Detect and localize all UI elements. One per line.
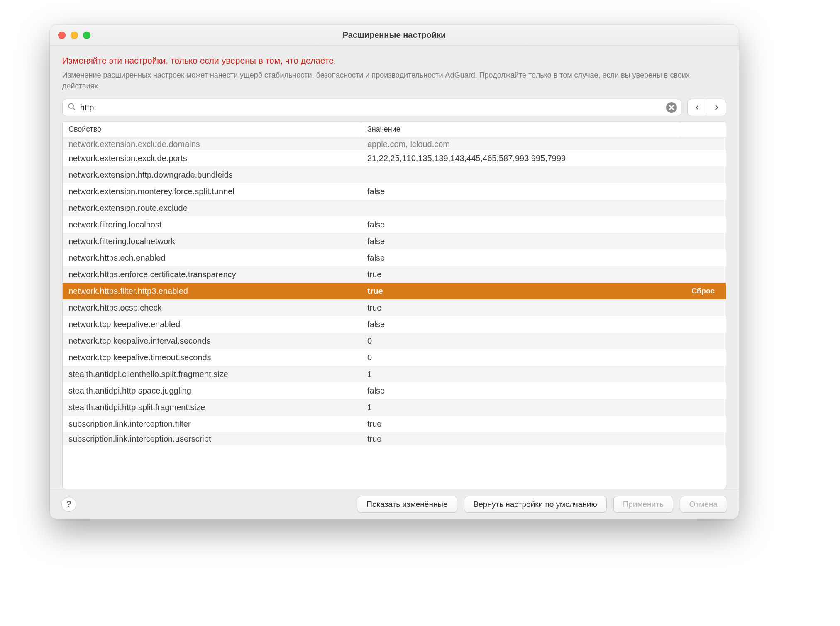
property-cell: network.extension.route.exclude: [63, 200, 361, 216]
table-row[interactable]: stealth.antidpi.http.split.fragment.size…: [63, 399, 726, 416]
table-row[interactable]: network.tcp.keepalive.enabledfalse: [63, 316, 726, 333]
property-cell: stealth.antidpi.http.split.fragment.size: [63, 399, 361, 416]
reset-cell: [680, 399, 726, 416]
search-icon: [68, 103, 76, 112]
value-cell[interactable]: apple.com, icloud.com: [361, 137, 680, 150]
reset-cell: [680, 249, 726, 266]
value-cell[interactable]: false: [361, 183, 680, 200]
reset-cell: [680, 382, 726, 399]
reset-cell: [680, 150, 726, 166]
reset-cell: [680, 432, 726, 445]
reset-defaults-button[interactable]: Вернуть настройки по умолчанию: [464, 496, 607, 513]
apply-button[interactable]: Применить: [613, 496, 673, 513]
value-cell[interactable]: true: [361, 299, 680, 316]
next-result-button[interactable]: [707, 99, 726, 116]
reset-cell: [680, 349, 726, 366]
table-row[interactable]: network.extension.route.exclude: [63, 200, 726, 216]
advanced-settings-window: Расширенные настройки Изменяйте эти наст…: [50, 25, 739, 519]
value-cell[interactable]: 1: [361, 366, 680, 382]
reset-cell: [680, 316, 726, 333]
property-cell: stealth.antidpi.http.space.juggling: [63, 382, 361, 399]
reset-cell: [680, 200, 726, 216]
table-row[interactable]: network.https.filter.http3.enabledtrueСб…: [63, 283, 726, 299]
value-cell[interactable]: true: [361, 266, 680, 283]
col-value-header[interactable]: Значение: [361, 122, 680, 137]
property-cell: network.https.ech.enabled: [63, 249, 361, 266]
table-row[interactable]: network.filtering.localhostfalse: [63, 216, 726, 233]
titlebar: Расширенные настройки: [50, 25, 739, 46]
property-cell: subscription.link.interception.userscrip…: [63, 432, 361, 445]
property-cell: network.https.filter.http3.enabled: [63, 283, 361, 299]
maximize-window-button[interactable]: [83, 32, 90, 39]
footer: ? Показать изменённые Вернуть настройки …: [50, 489, 739, 519]
table-row[interactable]: stealth.antidpi.clienthello.split.fragme…: [63, 366, 726, 382]
table-row[interactable]: network.extension.exclude.domainsapple.c…: [63, 137, 726, 150]
property-cell: network.https.ocsp.check: [63, 299, 361, 316]
col-property-header[interactable]: Свойство: [63, 122, 361, 137]
traffic-lights: [58, 32, 90, 39]
table-row[interactable]: subscription.link.interception.filtertru…: [63, 416, 726, 432]
minimize-window-button[interactable]: [71, 32, 78, 39]
value-cell[interactable]: 0: [361, 333, 680, 349]
property-cell: network.tcp.keepalive.interval.seconds: [63, 333, 361, 349]
value-cell[interactable]: true: [361, 432, 680, 445]
property-cell: network.extension.http.downgrade.bundlei…: [63, 166, 361, 183]
property-cell: subscription.link.interception.filter: [63, 416, 361, 432]
value-cell[interactable]: false: [361, 216, 680, 233]
property-cell: stealth.antidpi.clienthello.split.fragme…: [63, 366, 361, 382]
reset-cell: [680, 166, 726, 183]
nav-buttons: [687, 99, 726, 116]
table-row[interactable]: stealth.antidpi.http.space.jugglingfalse: [63, 382, 726, 399]
property-cell: network.https.enforce.certificate.transp…: [63, 266, 361, 283]
table-row[interactable]: network.extension.exclude.ports21,22,25,…: [63, 150, 726, 166]
table-header: Свойство Значение: [63, 122, 726, 137]
property-cell: network.extension.monterey.force.split.t…: [63, 183, 361, 200]
value-cell[interactable]: true: [361, 416, 680, 432]
table-row[interactable]: network.tcp.keepalive.interval.seconds0: [63, 333, 726, 349]
reset-cell: [680, 366, 726, 382]
search-input[interactable]: [80, 103, 662, 112]
value-cell[interactable]: false: [361, 249, 680, 266]
table-row[interactable]: network.filtering.localnetworkfalse: [63, 233, 726, 249]
table-row[interactable]: subscription.link.interception.userscrip…: [63, 432, 726, 445]
prev-result-button[interactable]: [688, 99, 707, 116]
value-cell[interactable]: false: [361, 316, 680, 333]
reset-cell: [680, 299, 726, 316]
table-row[interactable]: network.https.ech.enabledfalse: [63, 249, 726, 266]
reset-cell: [680, 333, 726, 349]
reset-cell: [680, 416, 726, 432]
value-cell[interactable]: 21,22,25,110,135,139,143,445,465,587,993…: [361, 150, 680, 166]
value-cell[interactable]: 0: [361, 349, 680, 366]
svg-point-0: [69, 104, 74, 109]
table-body: network.extension.exclude.domainsapple.c…: [63, 137, 726, 489]
help-button[interactable]: ?: [61, 497, 76, 512]
value-cell[interactable]: 1: [361, 399, 680, 416]
value-cell[interactable]: false: [361, 382, 680, 399]
cancel-button[interactable]: Отмена: [680, 496, 727, 513]
property-cell: network.filtering.localnetwork: [63, 233, 361, 249]
table-row[interactable]: network.extension.http.downgrade.bundlei…: [63, 166, 726, 183]
value-cell[interactable]: [361, 166, 680, 183]
reset-cell: [680, 266, 726, 283]
property-cell: network.tcp.keepalive.timeout.seconds: [63, 349, 361, 366]
value-cell[interactable]: true: [361, 283, 680, 299]
clear-search-button[interactable]: [666, 102, 677, 113]
table-row[interactable]: network.extension.monterey.force.split.t…: [63, 183, 726, 200]
search-box[interactable]: [62, 99, 681, 116]
table-row[interactable]: network.https.ocsp.checktrue: [63, 299, 726, 316]
value-cell[interactable]: false: [361, 233, 680, 249]
close-window-button[interactable]: [58, 32, 66, 39]
search-row: [62, 99, 726, 116]
reset-cell: [680, 137, 726, 150]
warning-subtitle: Изменение расширенных настроек может нан…: [62, 70, 726, 91]
settings-table: Свойство Значение network.extension.excl…: [62, 121, 726, 489]
reset-cell[interactable]: Сброс: [680, 283, 726, 299]
table-row[interactable]: network.tcp.keepalive.timeout.seconds0: [63, 349, 726, 366]
content-area: Изменяйте эти настройки, только если уве…: [50, 46, 739, 489]
warning-title: Изменяйте эти настройки, только если уве…: [62, 56, 726, 66]
property-cell: network.extension.exclude.ports: [63, 150, 361, 166]
value-cell[interactable]: [361, 200, 680, 216]
show-changed-button[interactable]: Показать изменённые: [357, 496, 457, 513]
property-cell: network.filtering.localhost: [63, 216, 361, 233]
table-row[interactable]: network.https.enforce.certificate.transp…: [63, 266, 726, 283]
